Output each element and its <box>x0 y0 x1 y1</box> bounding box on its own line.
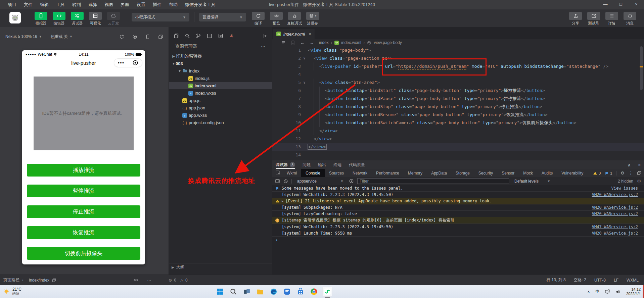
taskbar-app-chat[interactable] <box>282 287 292 297</box>
weather-widget[interactable]: 21°C晴朗 <box>0 287 21 296</box>
code-line-1[interactable]: 1<view class="page-body"> <box>272 46 644 54</box>
mode-select[interactable]: 小程序模式▼ <box>132 13 189 21</box>
preview-eye-icon[interactable] <box>133 278 138 283</box>
collapse-sidebar-icon[interactable] <box>262 33 267 39</box>
breadcrumb-item-1[interactable]: index.wxml <box>341 40 361 45</box>
taskbar-app-search[interactable] <box>228 287 238 297</box>
kebab-menu-icon[interactable]: ⋮ <box>629 170 633 176</box>
sidebar-toggle-icon[interactable] <box>275 179 280 184</box>
tree-item-project.config.json[interactable]: {..}project.config.json <box>169 119 272 126</box>
close-panel-icon[interactable]: × <box>638 162 641 167</box>
inspect-element-icon[interactable] <box>274 170 282 176</box>
toolbar-action-预览[interactable]: 预览 <box>268 11 285 26</box>
debugger-tab-终端[interactable]: 终端 <box>333 160 341 169</box>
menu-item-8[interactable]: 设置 <box>133 0 149 9</box>
speaker-icon[interactable] <box>615 289 621 294</box>
menu-item-11[interactable]: 微信开发者工具 <box>181 0 219 9</box>
outline-icon[interactable] <box>281 40 286 45</box>
more-icon[interactable]: ⋯ <box>147 278 151 283</box>
code-line-4[interactable]: 4 <box>272 70 644 79</box>
toolbar-button-可视化[interactable]: 可视化 <box>87 11 104 26</box>
problems-counter[interactable]: ⊘0 △0 <box>169 278 188 283</box>
tree-item-003[interactable]: ▼003 <box>169 60 272 67</box>
fold-icon[interactable]: ∨ <box>301 54 308 62</box>
status-item-3[interactable]: LF <box>614 278 618 283</box>
tree-item-index.js[interactable]: JSindex.js <box>169 74 272 82</box>
tree-item-app.json[interactable]: {..}app.json <box>169 104 272 111</box>
refresh-icon[interactable] <box>119 34 124 39</box>
undock-icon[interactable] <box>637 171 641 175</box>
debugger-tab-输出[interactable]: 输出 <box>318 160 326 169</box>
breadcrumb-item-2[interactable]: view.page-body <box>374 40 402 45</box>
devtools-tab-Audits[interactable]: Audits <box>537 169 557 177</box>
tab-index-wxml[interactable]: <> index.wxml × <box>273 29 315 39</box>
code-line-8[interactable]: 8<button bindtap="bindStop" class="page-… <box>272 103 644 111</box>
toolbar-button-调试器[interactable]: 调试器 <box>68 11 86 26</box>
source-link[interactable]: VM20 WAService.js:2 <box>585 205 638 210</box>
source-link[interactable]: VM47 WAService.js:2 <box>585 225 638 229</box>
toolbar-right-测试号[interactable]: 测试号 <box>585 11 602 26</box>
menu-item-5[interactable]: 选择 <box>85 0 101 9</box>
toolbar-button-编辑器[interactable]: 编辑器 <box>50 11 68 26</box>
push-stream-button-1[interactable]: 暂停推流 <box>27 185 140 197</box>
eye-icon[interactable] <box>349 179 354 184</box>
toolbar-right-消息[interactable]: 消息 <box>621 11 639 26</box>
source-link[interactable]: VM20 WAService.js:2 <box>585 231 638 236</box>
tree-item-app.wxss[interactable]: 3app.wxss <box>169 111 272 119</box>
phone-frame-icon[interactable] <box>145 34 150 39</box>
multi-window-icon[interactable] <box>158 34 163 39</box>
devtools-tab-Wxml[interactable]: Wxml <box>282 169 301 177</box>
tree-item-打开的编辑器[interactable]: ▶打开的编辑器 <box>169 52 272 60</box>
menu-item-6[interactable]: 视图 <box>101 0 117 9</box>
devtools-tab-Sources[interactable]: Sources <box>325 169 348 177</box>
code-line-5[interactable]: 5∨<view class="btn-area"> <box>272 79 644 87</box>
popout-icon[interactable] <box>52 278 56 282</box>
capsule-menu-button[interactable]: ●●● <box>114 61 128 64</box>
split-editor-icon[interactable] <box>207 33 212 39</box>
devtools-tab-Memory[interactable]: Memory <box>404 169 427 177</box>
overview-ruler[interactable] <box>639 46 643 160</box>
code-line-7[interactable]: 7<button bindtap="bindPause" class="page… <box>272 95 644 103</box>
menu-item-7[interactable]: 界面 <box>117 0 133 9</box>
network-icon[interactable] <box>605 289 610 294</box>
issue-count-badge[interactable]: 1 <box>605 171 612 175</box>
source-control-icon[interactable] <box>196 33 201 39</box>
toolbar-action-清缓存[interactable]: ▾清缓存 <box>304 11 321 26</box>
devtools-tab-Network[interactable]: Network <box>348 169 372 177</box>
code-line-13[interactable]: 13</view> <box>272 143 644 151</box>
gear-icon[interactable]: ⚙ <box>620 170 625 176</box>
outline-section[interactable]: ▶ 大纲 <box>169 263 272 271</box>
hot-reload-select[interactable]: 热重载 关▼ <box>51 34 73 40</box>
capsule-close-button[interactable] <box>128 60 142 65</box>
status-item-2[interactable]: UTF-8 <box>594 278 606 283</box>
code-line-9[interactable]: 9<button bindtap="bindResume" class="pag… <box>272 111 644 119</box>
menu-item-9[interactable]: 插件 <box>149 0 165 9</box>
code-line-2[interactable]: 2∨<view class="page-section tc"> <box>272 54 644 62</box>
tree-item-app.js[interactable]: JSapp.js <box>169 97 272 104</box>
devtools-tab-Storage[interactable]: Storage <box>451 169 474 177</box>
push-stream-button-3[interactable]: 恢复推流 <box>27 226 140 239</box>
code-line-10[interactable]: 10<button bindtap="bindSwitchCamera" cla… <box>272 119 644 127</box>
devtools-tab-Security[interactable]: Security <box>474 169 497 177</box>
menu-item-1[interactable]: 文件 <box>20 0 36 9</box>
push-stream-button-4[interactable]: 切换前后摄像头 <box>27 247 140 260</box>
devtools-tab-Sensor[interactable]: Sensor <box>497 169 519 177</box>
user-avatar[interactable] <box>9 12 21 23</box>
taskbar-app-start[interactable] <box>215 287 225 297</box>
bookmark-icon[interactable] <box>291 40 295 45</box>
close-button[interactable]: × <box>629 0 644 9</box>
breadcrumb-item-0[interactable]: index <box>319 40 329 45</box>
search-icon[interactable] <box>185 33 190 39</box>
status-item-0[interactable]: 行 13, 列 8 <box>546 277 565 283</box>
menu-item-4[interactable]: 转到 <box>68 0 85 9</box>
taskbar-app-store[interactable] <box>295 287 306 297</box>
plugins-icon[interactable] <box>229 33 234 39</box>
devtools-tab-Performance[interactable]: Performance <box>372 169 404 177</box>
record-icon[interactable] <box>132 34 137 39</box>
status-item-4[interactable]: WXML <box>627 278 639 283</box>
devtools-tab-Console[interactable]: Console <box>301 169 325 177</box>
source-link[interactable]: VM20 WAService.js:2 <box>585 211 638 216</box>
maximize-button[interactable]: □ <box>613 0 629 9</box>
expand-icon[interactable]: ▶ <box>282 199 283 203</box>
menu-item-3[interactable]: 工具 <box>52 0 68 9</box>
